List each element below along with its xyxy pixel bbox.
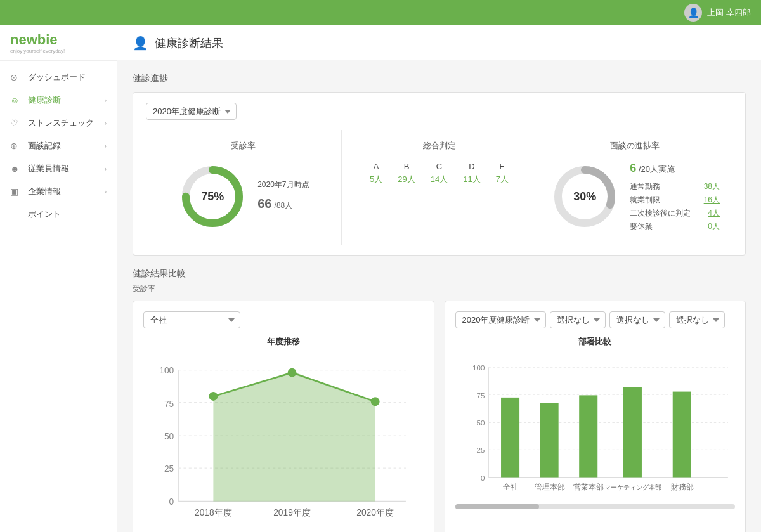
sidebar-item-interview[interactable]: ⊕ 面談記録 ›	[0, 134, 117, 157]
svg-text:営業本部: 営業本部	[573, 483, 604, 491]
grade-value-C[interactable]: 14人	[431, 174, 448, 185]
interview-percentage: 30%	[573, 190, 596, 204]
reception-year-label: 2020年7月時点	[257, 178, 309, 192]
svg-text:2018年度: 2018年度	[195, 508, 232, 517]
svg-text:2020年度: 2020年度	[356, 508, 394, 517]
judgment-cols: A 5人 B 29人 C 14人	[370, 162, 509, 185]
judgment-title: 総合判定	[423, 140, 456, 152]
comparison-charts: 全社 管理本部 営業本部 マーケティング本部 財務部 年度推移	[133, 301, 746, 532]
interview-rows: 通常勤務 38人 就業制限 16人 二次検診後に判定	[630, 181, 720, 232]
judgment-col-A: A 5人	[370, 162, 382, 185]
grade-value-A[interactable]: 5人	[370, 174, 382, 185]
progress-card: 2020年度健康診断 2019年度健康診断 2018年度健康診断 受診率	[133, 92, 746, 256]
sidebar-item-label: 面談記録	[28, 140, 61, 152]
year-comparison-select[interactable]: 2020年度健康診断 2019年度健康診断	[455, 311, 546, 328]
sidebar-item-dashboard[interactable]: ⊙ ダッシュボード	[0, 66, 117, 89]
interview-donut-chart: 30%	[550, 162, 620, 231]
chevron-right-icon: ›	[105, 120, 107, 127]
svg-rect-37	[672, 392, 691, 478]
section-title-progress: 健診進捗	[133, 73, 746, 84]
interview-row-leave: 要休業 0人	[630, 221, 720, 232]
chevron-right-icon: ›	[105, 143, 107, 150]
dashboard-icon: ⊙	[10, 72, 23, 82]
reception-rate-title: 受診率	[231, 140, 256, 152]
right-chart-card: 2020年度健康診断 2019年度健康診断 選択なし 選択なし 選択なし	[445, 301, 746, 532]
logo-sub: enjoy yourself everyday!	[10, 48, 107, 54]
health-icon: ☺	[10, 95, 23, 105]
sidebar-item-health-check[interactable]: ☺ 健康診断 ›	[0, 89, 117, 112]
avatar: 👤	[684, 4, 702, 22]
sidebar-item-employee[interactable]: ☻ 従業員情報 ›	[0, 157, 117, 180]
sidebar-item-company[interactable]: ▣ 企業情報 ›	[0, 180, 117, 203]
interview-implemented-total: /20人実施	[639, 164, 675, 174]
sidebar-item-label: ストレスチェック	[28, 117, 94, 129]
svg-text:50: 50	[476, 418, 485, 427]
year-select[interactable]: 2020年度健康診断 2019年度健康診断 2018年度健康診断	[146, 103, 237, 120]
right-chart-title: 部署比較	[455, 336, 736, 347]
left-chart-title: 年度推移	[143, 336, 424, 347]
reception-total: /88人	[275, 201, 293, 210]
svg-text:50: 50	[164, 432, 174, 441]
svg-point-16	[209, 392, 218, 401]
svg-text:管理本部: 管理本部	[534, 483, 564, 491]
grade-value-B[interactable]: 29人	[398, 174, 415, 185]
reception-rate-panel: 受診率 75% 2020年7月時点	[146, 130, 342, 245]
svg-rect-36	[623, 387, 641, 478]
grade-label-C: C	[436, 162, 442, 171]
svg-point-18	[371, 397, 380, 406]
user-info: 👤 上岡 幸四郎	[684, 4, 751, 22]
stats-row: 受診率 75% 2020年7月時点	[146, 130, 732, 245]
comparison-sub: 受診率	[133, 283, 746, 294]
grade-value-E[interactable]: 7人	[496, 174, 509, 185]
svg-text:25: 25	[476, 446, 485, 454]
horizontal-scrollbar[interactable]	[455, 504, 736, 509]
interview-row-label: 要休業	[630, 221, 653, 232]
comparison-select-2[interactable]: 選択なし	[550, 311, 606, 328]
svg-rect-35	[579, 395, 597, 477]
sidebar: newbie enjoy yourself everyday! ⊙ ダッシュボー…	[0, 25, 117, 532]
interview-row-value[interactable]: 38人	[704, 181, 720, 192]
interview-implemented-count: 6	[630, 162, 636, 174]
svg-marker-15	[213, 373, 375, 502]
sidebar-item-label: ポイント	[28, 209, 61, 220]
svg-point-17	[288, 368, 297, 377]
judgment-panel: 総合判定 A 5人 B 29人 C	[342, 130, 538, 245]
comparison-select-4[interactable]: 選択なし	[669, 311, 725, 328]
judgment-col-D: D 11人	[463, 162, 480, 185]
chevron-right-icon: ›	[105, 97, 107, 104]
sidebar-item-label: 健康診断	[28, 94, 61, 106]
reception-details: 2020年7月時点 66 /88人	[257, 178, 309, 215]
svg-text:0: 0	[481, 474, 485, 482]
sidebar-nav: ⊙ ダッシュボード ☺ 健康診断 › ♡ ストレスチェック › ⊕ 面談記録 ›…	[0, 61, 117, 231]
page-icon: 👤	[133, 36, 148, 51]
interview-row-value[interactable]: 4人	[708, 208, 720, 219]
svg-rect-34	[540, 403, 558, 478]
right-chart-controls: 2020年度健康診断 2019年度健康診断 選択なし 選択なし 選択なし	[455, 311, 736, 328]
interview-rate-panel: 面談の進捗率 30%	[537, 130, 732, 245]
grade-label-E: E	[499, 162, 505, 171]
interview-row-label: 二次検診後に判定	[630, 208, 691, 219]
reception-count: 66	[257, 197, 271, 211]
svg-rect-33	[501, 398, 519, 478]
interview-row-value[interactable]: 16人	[704, 195, 720, 205]
year-trend-chart: 100 75 50 25 0	[143, 353, 424, 528]
chevron-right-icon: ›	[105, 165, 107, 172]
sidebar-item-label: 従業員情報	[28, 163, 69, 174]
grade-value-D[interactable]: 11人	[463, 174, 480, 185]
interview-row-restricted: 就業制限 16人	[630, 195, 720, 205]
stress-icon: ♡	[10, 118, 23, 128]
interview-row-label: 通常勤務	[630, 181, 660, 192]
sidebar-item-points[interactable]: ポイント	[0, 203, 117, 226]
sidebar-item-label: 企業情報	[28, 186, 61, 197]
comparison-select-3[interactable]: 選択なし	[609, 311, 665, 328]
interview-icon: ⊕	[10, 141, 23, 151]
svg-text:全社: 全社	[503, 483, 518, 491]
svg-text:2019年度: 2019年度	[273, 508, 311, 517]
svg-text:マーケティング本部: マーケティング本部	[604, 484, 661, 491]
interview-row-value[interactable]: 0人	[708, 221, 720, 232]
main-content: 👤 健康診断結果 健診進捗 2020年度健康診断 2019年度健康診断 2018…	[117, 25, 761, 532]
sidebar-item-stress-check[interactable]: ♡ ストレスチェック ›	[0, 112, 117, 134]
svg-text:75: 75	[476, 391, 485, 399]
svg-text:100: 100	[472, 363, 485, 372]
company-select[interactable]: 全社 管理本部 営業本部 マーケティング本部 財務部	[143, 311, 240, 328]
